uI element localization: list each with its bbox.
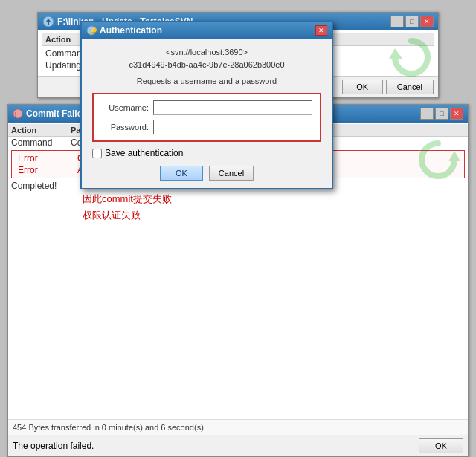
- password-row: Password:: [101, 120, 312, 134]
- save-auth-label: Save authentication: [105, 148, 183, 158]
- commit-ok-button[interactable]: OK: [419, 438, 463, 453]
- save-auth-checkbox[interactable]: [92, 149, 102, 158]
- commit-window-controls: – □ ✕: [420, 108, 463, 120]
- username-input[interactable]: [153, 100, 312, 115]
- update-cancel-button[interactable]: Cancel: [386, 80, 434, 94]
- auth-close-button[interactable]: ✕: [315, 25, 327, 36]
- auth-buttons: OK Cancel: [92, 166, 321, 181]
- server-line1: <svn://localhost:3690>: [92, 46, 321, 59]
- update-window-controls: – □ ✕: [390, 16, 434, 27]
- commit-action-header: Action: [11, 126, 71, 134]
- transfer-info: 454 Bytes transferred in 0 minute(s) and…: [8, 419, 468, 435]
- username-row: Username:: [101, 100, 312, 115]
- annotation-line3: 权限认证失败: [83, 207, 172, 224]
- refresh-arrow-icon: [389, 35, 434, 80]
- auth-icon: 🔑: [86, 25, 97, 36]
- auth-titlebar: 🔑 Authentication ✕: [82, 22, 332, 39]
- server-line2: c31d4949-b4db-aa4c-9b7e-28a062b300e0: [92, 59, 321, 71]
- annotation-line2: 因此commit提交失败: [83, 191, 172, 207]
- op-failed-bar: The operation failed. OK: [8, 435, 468, 456]
- error-row1-action: Error: [18, 153, 77, 163]
- auth-cancel-button[interactable]: Cancel: [209, 166, 254, 181]
- auth-dialog: 🔑 Authentication ✕ <svn://localhost:3690…: [80, 21, 333, 189]
- update-ok-button[interactable]: OK: [342, 80, 383, 94]
- auth-fields-box: Username: Password:: [92, 93, 321, 142]
- username-label: Username:: [101, 103, 153, 112]
- auth-title: Authentication: [100, 25, 162, 36]
- close-button[interactable]: ✕: [420, 16, 434, 27]
- auth-content: <svn://localhost:3690> c31d4949-b4db-aa4…: [82, 39, 332, 188]
- svg-marker-6: [448, 151, 460, 161]
- op-failed-text: The operation failed.: [13, 441, 94, 451]
- arrow-decoration: [389, 35, 434, 82]
- svg-marker-1: [389, 48, 402, 59]
- commit-minimize-button[interactable]: –: [420, 108, 434, 120]
- svg-text:🔑: 🔑: [89, 27, 97, 36]
- commit-close-button[interactable]: ✕: [450, 108, 463, 120]
- commit-row1-action: Command: [11, 137, 71, 148]
- password-label: Password:: [101, 123, 153, 132]
- commit-window-icon: !: [13, 108, 23, 119]
- update-window-icon: [42, 16, 54, 27]
- minimize-button[interactable]: –: [390, 16, 404, 27]
- commit-arrow-decoration: [416, 137, 460, 184]
- auth-ok-button[interactable]: OK: [160, 166, 203, 181]
- commit-refresh-icon: [416, 137, 460, 182]
- commit-maximize-button[interactable]: □: [435, 108, 448, 120]
- auth-request-text: Requests a username and a password: [92, 77, 321, 85]
- password-input[interactable]: [153, 120, 312, 134]
- maximize-button[interactable]: □: [405, 16, 419, 27]
- auth-server-info: <svn://localhost:3690> c31d4949-b4db-aa4…: [92, 46, 321, 71]
- error-row2-action: Error: [18, 165, 77, 175]
- save-auth-row: Save authentication: [92, 148, 321, 158]
- svg-text:!: !: [15, 110, 17, 118]
